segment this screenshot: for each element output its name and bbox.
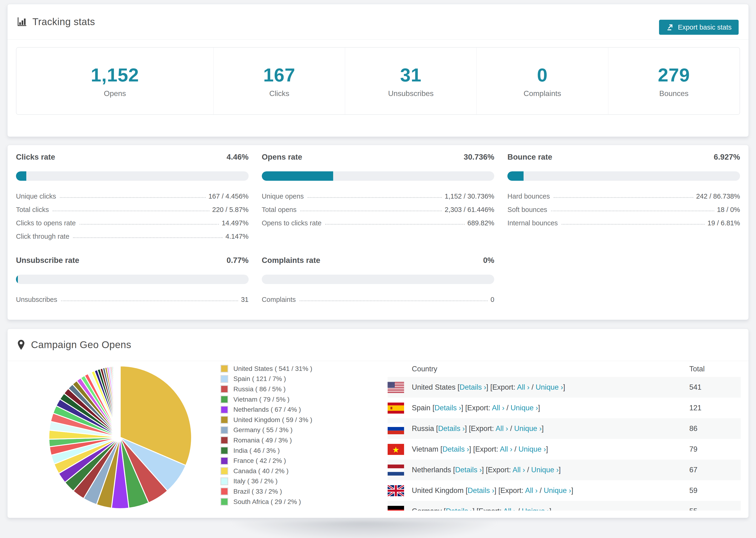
export-unique-link[interactable]: Unique › xyxy=(536,383,563,391)
de-flag-icon xyxy=(388,506,404,511)
legend-label: Italy ( 36 / 2% ) xyxy=(233,477,278,485)
stat-value: 1,152 xyxy=(91,64,139,86)
export-all-link[interactable]: All › xyxy=(517,383,529,391)
country-name: Netherlands [ xyxy=(412,466,455,474)
rate-value: 0% xyxy=(483,256,495,265)
tracking-stats-header: Tracking stats Export basic stats xyxy=(8,4,748,39)
legend-label: France ( 42 / 2% ) xyxy=(233,457,286,464)
country-cell: Netherlands [Details ›] [Export: All › /… xyxy=(412,466,689,474)
summary-stats-box: 1,152Opens167Clicks31Unsubscribes0Compla… xyxy=(16,47,740,115)
pie-legend: United States ( 541 / 31% )Spain ( 121 /… xyxy=(220,364,312,507)
country-cell: Germany [Details ›] [Export: All › / Uni… xyxy=(412,507,689,511)
geo-table: Country Total United States [Details ›] … xyxy=(388,361,741,511)
tracking-stats-title: Tracking stats xyxy=(17,16,95,27)
export-all-link[interactable]: All › xyxy=(492,404,504,412)
legend-item: India ( 46 / 3% ) xyxy=(220,446,312,456)
legend-label: Canada ( 40 / 2% ) xyxy=(233,467,289,475)
geo-title-wrap: Campaign Geo Opens xyxy=(17,339,131,350)
bar-chart-icon xyxy=(17,17,27,27)
rate-row-label: Total clicks xyxy=(16,206,49,214)
export-unique-link[interactable]: Unique › xyxy=(511,404,538,412)
table-row-vn: Vietnam [Details ›] [Export: All › / Uni… xyxy=(388,439,741,459)
stat-value: 167 xyxy=(263,64,295,86)
details-link[interactable]: Details › xyxy=(468,486,495,495)
rate-row-label: Unique opens xyxy=(262,192,304,201)
legend-swatch xyxy=(220,416,228,424)
details-link[interactable]: Details › xyxy=(435,404,461,412)
es-flag-icon xyxy=(388,403,404,413)
rate-title: Clicks rate xyxy=(16,153,55,161)
rate-row-value: 167 / 4.456% xyxy=(208,192,249,201)
rate-value: 30.736% xyxy=(464,153,494,161)
legend-label: United Kingdom ( 59 / 3% ) xyxy=(233,416,312,424)
total-cell: 59 xyxy=(689,486,741,495)
nl-flag-icon xyxy=(388,464,404,476)
export-unique-link[interactable]: Unique › xyxy=(514,424,542,433)
legend-item: Romania ( 49 / 3% ) xyxy=(220,435,312,446)
legend-item: South Africa ( 29 / 2% ) xyxy=(220,497,312,507)
rate-row-label: Hard bounces xyxy=(507,192,550,201)
export-basic-stats-button[interactable]: Export basic stats xyxy=(659,20,739,35)
progress-fill xyxy=(262,171,333,181)
rate-title: Complaints rate xyxy=(262,256,320,265)
export-unique-link[interactable]: Unique › xyxy=(522,507,549,511)
details-link[interactable]: Details › xyxy=(459,383,486,391)
slash-text: / xyxy=(525,466,531,474)
rate-row-label: Clicks to opens rate xyxy=(16,219,76,228)
country-column-header: Country xyxy=(412,365,689,373)
slash-text: / xyxy=(538,486,544,495)
dotted-leader xyxy=(300,211,442,211)
dotted-leader xyxy=(325,224,465,225)
export-unique-link[interactable]: Unique › xyxy=(531,466,559,474)
legend-swatch xyxy=(220,477,228,485)
export-icon xyxy=(666,23,674,31)
export-all-link[interactable]: All › xyxy=(496,424,508,433)
us-flag-icon xyxy=(388,382,404,393)
rate-row: Clicks to opens rate14.497% xyxy=(16,214,249,228)
progress-bar xyxy=(16,275,249,284)
country-name: Spain [ xyxy=(412,404,435,412)
export-unique-link[interactable]: Unique › xyxy=(544,486,571,495)
rate-block-complaints-rate: Complaints rate0%Complaints0 xyxy=(262,256,495,304)
bracket-text: ] [Export: xyxy=(495,486,525,495)
map-pin-icon xyxy=(17,340,26,350)
bracket-close: ] xyxy=(563,383,565,391)
table-row-de: Germany [Details ›] [Export: All › / Uni… xyxy=(388,501,741,511)
total-cell: 86 xyxy=(689,424,741,433)
table-row-gb: United Kingdom [Details ›] [Export: All … xyxy=(388,480,741,501)
page-title: Tracking stats xyxy=(32,16,95,27)
rate-title: Bounce rate xyxy=(507,153,552,161)
export-all-link[interactable]: All › xyxy=(513,466,525,474)
export-all-link[interactable]: All › xyxy=(525,486,537,495)
bracket-text: ] [Export: xyxy=(472,507,503,511)
details-link[interactable]: Details › xyxy=(446,507,473,511)
export-unique-link[interactable]: Unique › xyxy=(518,445,546,453)
stat-label: Opens xyxy=(104,89,126,98)
stat-label: Bounces xyxy=(659,89,689,98)
rate-row: Unsubscribes31 xyxy=(16,291,249,304)
bracket-text: ] [Export: xyxy=(469,445,500,453)
details-link[interactable]: Details › xyxy=(455,466,482,474)
export-all-link[interactable]: All › xyxy=(503,507,515,511)
rate-row-value: 19 / 6.81% xyxy=(707,219,740,228)
details-link[interactable]: Details › xyxy=(438,424,465,433)
bracket-text: ] [Export: xyxy=(486,383,517,391)
gb-flag-icon xyxy=(388,485,404,496)
legend-item: France ( 42 / 2% ) xyxy=(220,456,312,466)
rate-row: Complaints0 xyxy=(262,291,495,304)
bracket-close: ] xyxy=(549,507,552,511)
legend-label: Russia ( 86 / 5% ) xyxy=(233,385,286,393)
stat-cell-bounces: 279Bounces xyxy=(608,48,739,114)
legend-item: Netherlands ( 67 / 4% ) xyxy=(220,404,312,415)
legend-item: Vietnam ( 79 / 5% ) xyxy=(220,394,312,405)
export-button-label: Export basic stats xyxy=(678,24,731,31)
export-all-link[interactable]: All › xyxy=(500,445,512,453)
progress-fill xyxy=(16,171,26,181)
details-link[interactable]: Details › xyxy=(442,445,469,453)
total-cell: 121 xyxy=(689,404,741,412)
stat-label: Clicks xyxy=(269,89,289,98)
progress-fill xyxy=(16,275,18,284)
legend-label: South Africa ( 29 / 2% ) xyxy=(233,498,301,506)
progress-bar xyxy=(262,275,495,284)
total-cell: 541 xyxy=(689,383,741,392)
